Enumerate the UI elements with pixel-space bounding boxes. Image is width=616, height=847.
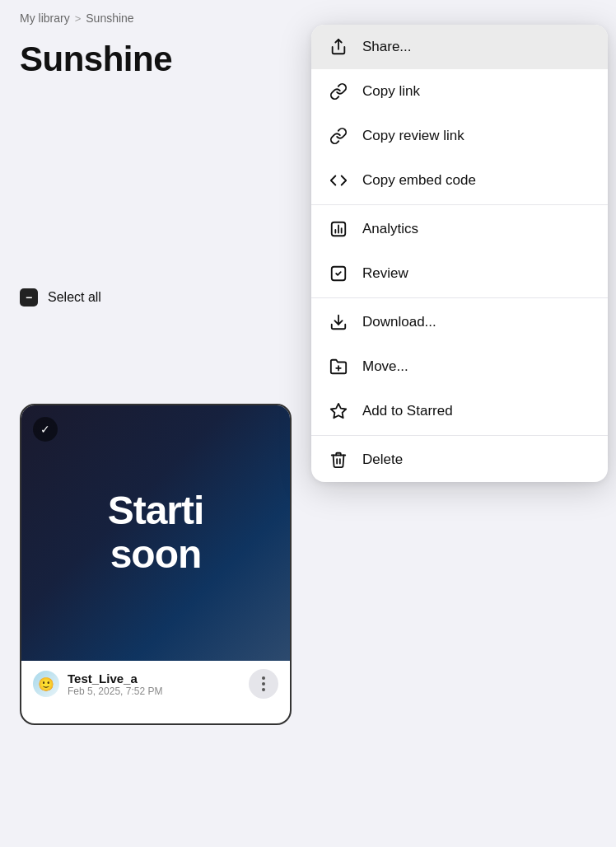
star-icon	[328, 400, 349, 422]
menu-item-move-label: Move...	[362, 358, 408, 375]
folder-icon	[328, 356, 349, 377]
select-all-icon	[20, 288, 38, 307]
context-menu: Share... Copy link Copy review link	[311, 25, 608, 482]
menu-item-delete-label: Delete	[362, 452, 403, 468]
menu-item-copy-review-link[interactable]: Copy review link	[311, 114, 608, 158]
card-date: Feb 5, 2025, 7:52 PM	[68, 686, 162, 697]
download-icon	[328, 311, 349, 333]
select-all-row[interactable]: Select all	[20, 288, 101, 307]
menu-divider-3	[311, 435, 608, 436]
select-all-label: Select all	[48, 290, 101, 305]
card-checkbox[interactable]	[33, 417, 58, 442]
embed-icon	[328, 170, 349, 191]
card-details: Test_Live_a Feb 5, 2025, 7:52 PM	[68, 672, 162, 697]
page-background: My library > Sunshine Sunshine Select al…	[0, 0, 616, 847]
menu-item-copy-embed-label: Copy embed code	[362, 172, 476, 189]
menu-item-copy-review-link-label: Copy review link	[362, 128, 464, 144]
menu-item-analytics-label: Analytics	[362, 221, 418, 237]
link-icon	[328, 81, 349, 102]
menu-item-review[interactable]: Review	[311, 251, 608, 296]
dot	[262, 688, 265, 691]
menu-item-copy-embed-code[interactable]: Copy embed code	[311, 158, 608, 203]
card-footer: 🙂 Test_Live_a Feb 5, 2025, 7:52 PM	[21, 661, 290, 707]
menu-item-add-starred[interactable]: Add to Starred	[311, 389, 608, 433]
breadcrumb-separator: >	[75, 12, 82, 25]
menu-divider-1	[311, 204, 608, 205]
review-link-icon	[328, 125, 349, 147]
card-info: 🙂 Test_Live_a Feb 5, 2025, 7:52 PM	[33, 671, 162, 697]
card-thumbnail-text: Starti soon	[108, 489, 204, 577]
menu-item-download[interactable]: Download...	[311, 300, 608, 344]
media-card: Starti soon 🙂 Test_Live_a Feb 5, 2025, 7…	[20, 404, 292, 725]
analytics-icon	[328, 218, 349, 240]
menu-item-share-label: Share...	[362, 39, 412, 55]
menu-item-download-label: Download...	[362, 314, 436, 330]
menu-item-delete[interactable]: Delete	[311, 438, 608, 482]
dot	[262, 676, 265, 680]
menu-item-copy-link[interactable]: Copy link	[311, 69, 608, 114]
menu-item-add-starred-label: Add to Starred	[362, 403, 453, 419]
page-title: Sunshine	[20, 40, 172, 79]
card-name: Test_Live_a	[68, 672, 162, 686]
card-more-button[interactable]	[249, 669, 278, 699]
menu-divider-2	[311, 297, 608, 298]
avatar: 🙂	[33, 671, 59, 697]
menu-item-review-label: Review	[362, 265, 408, 282]
svg-marker-6	[331, 404, 346, 418]
menu-item-share[interactable]: Share...	[311, 25, 608, 69]
menu-item-move[interactable]: Move...	[311, 344, 608, 389]
breadcrumb: My library > Sunshine	[20, 12, 134, 25]
card-thumbnail: Starti soon	[21, 405, 290, 661]
breadcrumb-parent[interactable]: My library	[20, 12, 70, 25]
dot	[262, 682, 265, 686]
menu-item-copy-link-label: Copy link	[362, 83, 420, 100]
menu-item-analytics[interactable]: Analytics	[311, 207, 608, 251]
breadcrumb-current: Sunshine	[86, 12, 133, 25]
review-icon	[328, 263, 349, 284]
share-icon	[328, 36, 349, 58]
trash-icon	[328, 449, 349, 470]
